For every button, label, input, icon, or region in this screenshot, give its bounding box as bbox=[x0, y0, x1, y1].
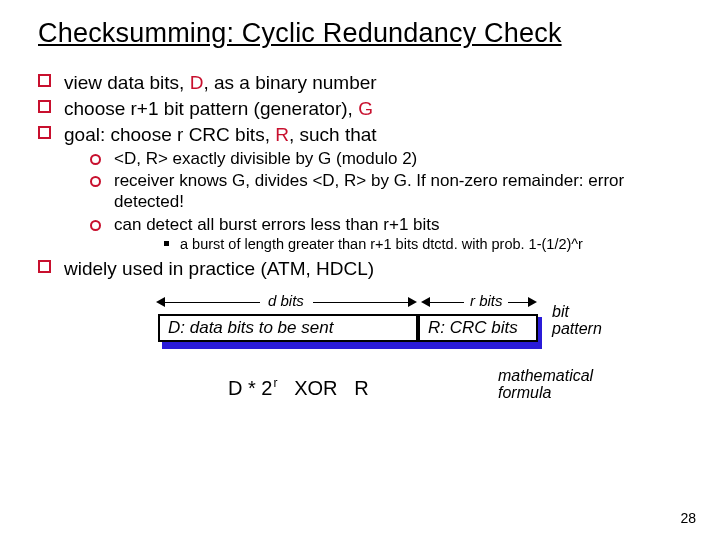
page-number: 28 bbox=[680, 510, 696, 526]
formula-d-part: D * 2 bbox=[228, 376, 272, 398]
d-bits-label: d bits bbox=[268, 292, 304, 309]
square-bullet-icon bbox=[38, 74, 51, 87]
text-fragment: , as a binary number bbox=[203, 72, 376, 93]
slide: Checksumming: Cyclic Redundancy Check vi… bbox=[0, 0, 720, 540]
text-fragment: view data bits, bbox=[64, 72, 190, 93]
arrow-line bbox=[508, 302, 528, 303]
formula-expression: D * 2r XOR R bbox=[228, 376, 369, 400]
text-fragment: choose r+1 bit pattern (generator), bbox=[64, 98, 358, 119]
arrow-row: d bits r bits bbox=[158, 292, 598, 314]
circle-bullet-icon bbox=[90, 176, 101, 187]
text-fragment: goal: choose r CRC bits, bbox=[64, 124, 275, 145]
text-line: mathematical bbox=[498, 367, 593, 384]
arrowhead-right-icon bbox=[408, 297, 417, 307]
bullet-item: goal: choose r CRC bits, R, such that <D… bbox=[38, 123, 686, 253]
bullet-list-level2: <D, R> exactly divisible by G (modulo 2)… bbox=[64, 149, 686, 254]
slide-title: Checksumming: Cyclic Redundancy Check bbox=[38, 18, 686, 49]
text-fragment: , such that bbox=[289, 124, 377, 145]
r-bits-label: r bits bbox=[470, 292, 503, 309]
text-line: pattern bbox=[552, 320, 602, 337]
text-line: widely used in practice (ATM, HDCL) bbox=[64, 258, 374, 279]
bullet-item: receiver knows G, divides <D, R> by G. I… bbox=[90, 171, 686, 212]
text-var-R: R bbox=[275, 124, 289, 145]
bullet-list-level3: a burst of length greater than r+1 bits … bbox=[114, 235, 686, 253]
bullet-item: a burst of length greater than r+1 bits … bbox=[164, 235, 686, 253]
bit-box-row: D: data bits to be sent R: CRC bits bit … bbox=[158, 314, 598, 348]
arrowhead-left-icon bbox=[156, 297, 165, 307]
text-line: can detect all burst errors less than r+… bbox=[114, 215, 440, 234]
circle-bullet-icon bbox=[90, 154, 101, 165]
crc-diagram: d bits r bits D: data bits to be sent R:… bbox=[158, 292, 598, 412]
bullet-item: choose r+1 bit pattern (generator), G bbox=[38, 97, 686, 120]
bullet-item: widely used in practice (ATM, HDCL) bbox=[38, 257, 686, 280]
arrowhead-left-icon bbox=[421, 297, 430, 307]
text-var-D: D bbox=[190, 72, 204, 93]
arrow-line bbox=[165, 302, 260, 303]
arrowhead-right-icon bbox=[528, 297, 537, 307]
bullet-list-level1: view data bits, D, as a binary number ch… bbox=[38, 71, 686, 280]
square-bullet-icon bbox=[38, 126, 51, 139]
data-bits-box: D: data bits to be sent bbox=[158, 314, 418, 342]
math-formula-label: mathematical formula bbox=[498, 368, 593, 402]
square-dot-icon bbox=[164, 241, 169, 246]
square-bullet-icon bbox=[38, 260, 51, 273]
text-line: bit bbox=[552, 303, 569, 320]
bullet-item: can detect all burst errors less than r+… bbox=[90, 215, 686, 254]
bullet-item: <D, R> exactly divisible by G (modulo 2) bbox=[90, 149, 686, 170]
text-line: a burst of length greater than r+1 bits … bbox=[180, 236, 583, 252]
arrow-line bbox=[313, 302, 408, 303]
circle-bullet-icon bbox=[90, 220, 101, 231]
square-bullet-icon bbox=[38, 100, 51, 113]
bit-pattern-label: bit pattern bbox=[552, 304, 602, 338]
text-line: receiver knows G, divides <D, R> by G. I… bbox=[114, 171, 624, 211]
text-line: formula bbox=[498, 384, 551, 401]
formula-xor-part: XOR R bbox=[277, 376, 368, 398]
crc-bits-box: R: CRC bits bbox=[418, 314, 538, 342]
bullet-item: view data bits, D, as a binary number bbox=[38, 71, 686, 94]
text-line: <D, R> exactly divisible by G (modulo 2) bbox=[114, 149, 417, 168]
formula-row: D * 2r XOR R mathematical formula bbox=[158, 372, 598, 412]
arrow-line bbox=[430, 302, 464, 303]
text-var-G: G bbox=[358, 98, 373, 119]
